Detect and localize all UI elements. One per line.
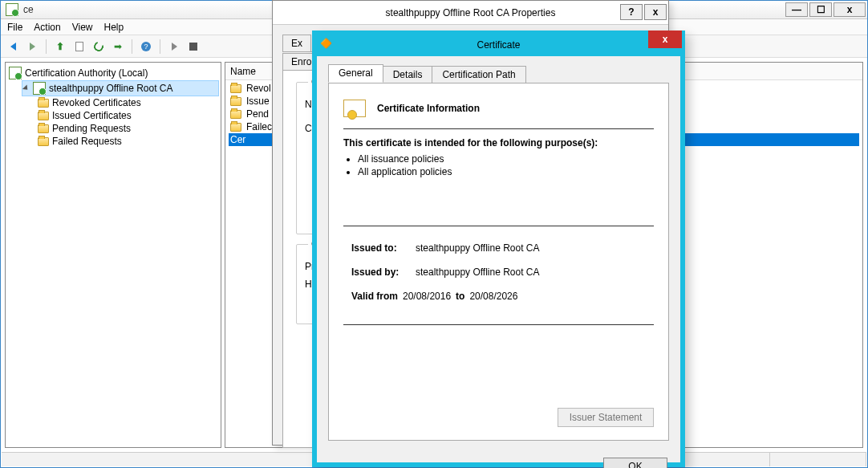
- valid-to-value: 20/08/2026: [469, 291, 517, 302]
- cert-close-button[interactable]: x: [648, 31, 682, 48]
- toolbar-separator: [160, 39, 160, 54]
- folder-icon: [38, 99, 49, 108]
- menu-view[interactable]: View: [72, 22, 93, 33]
- purpose-header: This certificate is intended for the fol…: [343, 137, 654, 149]
- issued-by-label: Issued by:: [351, 267, 416, 278]
- cert-body: General Details Certification Path Certi…: [317, 56, 680, 450]
- cert-tab-details[interactable]: Details: [383, 66, 433, 83]
- app-icon: [6, 3, 18, 16]
- tree-item-failed[interactable]: Failed Requests: [36, 135, 219, 148]
- cert-titlebar[interactable]: 🔶 Certificate x: [315, 34, 682, 56]
- tree-ca-label: stealthpuppy Offline Root CA: [49, 83, 173, 94]
- folder-icon: [230, 97, 241, 106]
- ok-button[interactable]: OK: [603, 458, 667, 468]
- purpose-item: All application policies: [358, 166, 654, 177]
- status-cell: [674, 453, 770, 466]
- purpose-list: All issuance policies All application po…: [358, 153, 654, 177]
- purpose-item: All issuance policies: [358, 153, 654, 165]
- folder-icon: [38, 137, 49, 146]
- stop-button[interactable]: [185, 38, 202, 55]
- cert-tab-path[interactable]: Certification Path: [432, 66, 525, 83]
- issued-to-value: stealthpuppy Offline Root CA: [416, 242, 540, 254]
- cert-tabstrip: General Details Certification Path: [328, 64, 669, 83]
- valid-from-value: 20/08/2016: [403, 291, 451, 302]
- cert-button-row: OK: [317, 450, 680, 468]
- refresh-icon: [92, 39, 105, 52]
- window-title-prefix: ce: [23, 4, 34, 15]
- cert-panel: Certificate Information This certificate…: [328, 83, 669, 441]
- export-button[interactable]: ➡: [109, 38, 127, 55]
- up-button[interactable]: ⬆: [51, 38, 69, 55]
- folder-icon: [230, 84, 241, 93]
- cert-info-title: Certificate Information: [377, 103, 480, 114]
- forward-button[interactable]: [23, 38, 41, 55]
- properties-title: stealthpuppy Offline Root CA Properties: [386, 7, 556, 18]
- menu-file[interactable]: File: [7, 22, 22, 33]
- props-close-button[interactable]: x: [644, 4, 667, 20]
- issued-by-value: stealthpuppy Offline Root CA: [416, 267, 540, 278]
- help-icon: ?: [141, 42, 151, 51]
- tree-root-label: Certification Authority (Local): [25, 67, 148, 79]
- valid-to-label: to: [456, 291, 464, 302]
- properties-button[interactable]: [71, 38, 88, 55]
- issued-to-label: Issued to:: [351, 242, 416, 254]
- refresh-button[interactable]: [90, 38, 107, 55]
- ca-root-icon: [9, 67, 22, 79]
- cert-tab-general[interactable]: General: [328, 64, 383, 83]
- page-icon: [75, 42, 83, 51]
- tree-item-revoked[interactable]: Revoked Certificates: [36, 96, 219, 109]
- tree-ca-node[interactable]: stealthpuppy Offline Root CA: [22, 80, 219, 96]
- certificate-dialog: 🔶 Certificate x General Details Certific…: [312, 31, 685, 467]
- maximize-button[interactable]: ☐: [809, 2, 832, 17]
- help-button[interactable]: ?: [137, 38, 155, 55]
- issuer-statement-button: Issuer Statement: [558, 408, 654, 427]
- minimize-button[interactable]: —: [785, 2, 808, 17]
- toolbar-separator: [132, 39, 132, 54]
- certificate-icon: [343, 100, 366, 117]
- folder-icon: [38, 112, 49, 120]
- divider: [343, 226, 654, 226]
- cert-title-icon: 🔶: [320, 38, 332, 49]
- status-cell: [770, 453, 866, 466]
- back-button[interactable]: [4, 38, 22, 55]
- folder-icon: [38, 124, 49, 133]
- properties-titlebar[interactable]: stealthpuppy Offline Root CA Properties …: [273, 1, 668, 25]
- menu-help[interactable]: Help: [104, 22, 124, 33]
- caret-icon[interactable]: [22, 84, 30, 92]
- folder-icon: [230, 123, 241, 132]
- props-tab-ex[interactable]: Ex: [282, 35, 311, 51]
- folder-icon: [230, 110, 241, 119]
- tree-pane[interactable]: Certification Authority (Local) stealthp…: [5, 62, 221, 448]
- tree-item-pending[interactable]: Pending Requests: [36, 122, 219, 135]
- props-help-button[interactable]: ?: [620, 4, 643, 20]
- stop-icon: [189, 43, 197, 51]
- arrow-left-icon: [10, 43, 16, 51]
- valid-from-label: Valid from: [351, 291, 398, 302]
- toolbar-separator: [46, 39, 47, 54]
- cert-title-text: Certificate: [477, 39, 520, 51]
- divider: [343, 324, 654, 325]
- tree-item-issued[interactable]: Issued Certificates: [36, 109, 219, 122]
- close-button[interactable]: x: [834, 2, 866, 17]
- ca-icon: [33, 82, 46, 95]
- divider: [343, 128, 654, 129]
- arrow-right-icon: [30, 43, 35, 51]
- play-icon: [172, 43, 177, 51]
- start-button[interactable]: [165, 38, 183, 55]
- menu-action[interactable]: Action: [34, 22, 60, 33]
- tree-root[interactable]: Certification Authority (Local): [7, 66, 219, 80]
